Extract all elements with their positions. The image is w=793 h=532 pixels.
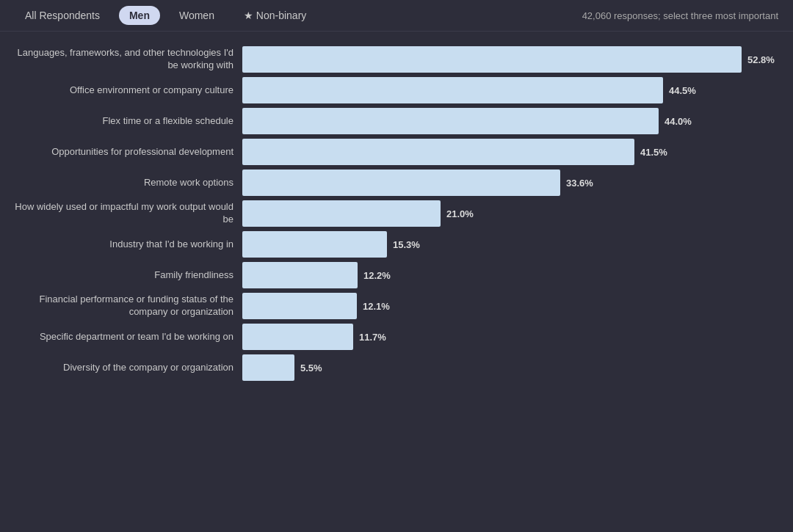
bar-value-3: 41.5% bbox=[640, 147, 667, 158]
bar-value-5: 21.0% bbox=[446, 208, 474, 219]
bar-value-6: 15.3% bbox=[393, 239, 420, 250]
bar-label-5: How widely used or impactful my work out… bbox=[15, 201, 242, 226]
bar-wrapper-9: 11.7% bbox=[242, 324, 778, 350]
bar-wrapper-10: 5.5% bbox=[242, 354, 778, 381]
bar-wrapper-0: 52.8% bbox=[242, 46, 778, 73]
bar-fill-10 bbox=[242, 354, 294, 381]
bar-wrapper-1: 44.5% bbox=[242, 77, 778, 103]
tab-nonbinary[interactable]: Non-binary bbox=[233, 6, 316, 25]
tab-bar: All RespondentsMenWomenNon-binary42,060 … bbox=[0, 0, 793, 32]
chart-row: Remote work options33.6% bbox=[15, 170, 778, 196]
chart-row: Opportunities for professional developme… bbox=[15, 139, 778, 165]
bar-fill-0 bbox=[242, 46, 742, 73]
bar-wrapper-6: 15.3% bbox=[242, 231, 778, 258]
tab-men[interactable]: Men bbox=[119, 6, 160, 25]
bar-label-8: Financial performance or funding status … bbox=[15, 294, 242, 318]
bar-label-10: Diversity of the company or organization bbox=[15, 362, 242, 374]
bar-fill-8 bbox=[242, 293, 357, 319]
tab-women[interactable]: Women bbox=[169, 6, 225, 25]
chart-row: Flex time or a flexible schedule44.0% bbox=[15, 108, 778, 134]
chart-row: Financial performance or funding status … bbox=[15, 293, 778, 319]
bar-wrapper-8: 12.1% bbox=[242, 293, 778, 319]
bar-value-0: 52.8% bbox=[747, 54, 775, 65]
bar-wrapper-3: 41.5% bbox=[242, 139, 778, 165]
response-info: 42,060 responses; select three most impo… bbox=[582, 10, 778, 21]
bar-fill-9 bbox=[242, 324, 353, 350]
chart-row: How widely used or impactful my work out… bbox=[15, 200, 778, 227]
bar-value-9: 11.7% bbox=[359, 332, 386, 343]
bar-value-10: 5.5% bbox=[300, 362, 322, 374]
bar-label-7: Family friendliness bbox=[15, 269, 242, 282]
bar-fill-5 bbox=[242, 200, 441, 227]
chart-row: Office environment or company culture44.… bbox=[15, 77, 778, 103]
bar-fill-3 bbox=[242, 139, 634, 165]
bar-value-4: 33.6% bbox=[566, 178, 593, 189]
bar-label-9: Specific department or team I'd be worki… bbox=[15, 331, 242, 343]
bar-label-1: Office environment or company culture bbox=[15, 84, 242, 97]
chart-row: Specific department or team I'd be worki… bbox=[15, 324, 778, 350]
bar-value-2: 44.0% bbox=[665, 116, 692, 127]
chart-row: Industry that I'd be working in15.3% bbox=[15, 231, 778, 258]
bar-label-3: Opportunities for professional developme… bbox=[15, 146, 242, 158]
bar-label-4: Remote work options bbox=[15, 177, 242, 189]
bar-label-6: Industry that I'd be working in bbox=[15, 238, 242, 251]
bar-fill-4 bbox=[242, 170, 560, 196]
bar-fill-1 bbox=[242, 77, 663, 103]
bar-fill-6 bbox=[242, 231, 387, 258]
chart-row: Family friendliness12.2% bbox=[15, 262, 778, 288]
chart-row: Diversity of the company or organization… bbox=[15, 354, 778, 381]
tab-all[interactable]: All Respondents bbox=[15, 6, 110, 25]
bar-label-2: Flex time or a flexible schedule bbox=[15, 115, 242, 128]
bar-value-8: 12.1% bbox=[363, 301, 390, 312]
bar-label-0: Languages, frameworks, and other technol… bbox=[15, 47, 242, 72]
bar-wrapper-5: 21.0% bbox=[242, 200, 778, 227]
bar-wrapper-2: 44.0% bbox=[242, 108, 778, 134]
bar-fill-2 bbox=[242, 108, 659, 134]
bar-value-7: 12.2% bbox=[363, 270, 391, 281]
chart-row: Languages, frameworks, and other technol… bbox=[15, 46, 778, 73]
bar-wrapper-7: 12.2% bbox=[242, 262, 778, 288]
bar-fill-7 bbox=[242, 262, 358, 288]
bar-wrapper-4: 33.6% bbox=[242, 170, 778, 196]
bar-value-1: 44.5% bbox=[669, 85, 696, 96]
chart-container: Languages, frameworks, and other technol… bbox=[0, 32, 793, 393]
